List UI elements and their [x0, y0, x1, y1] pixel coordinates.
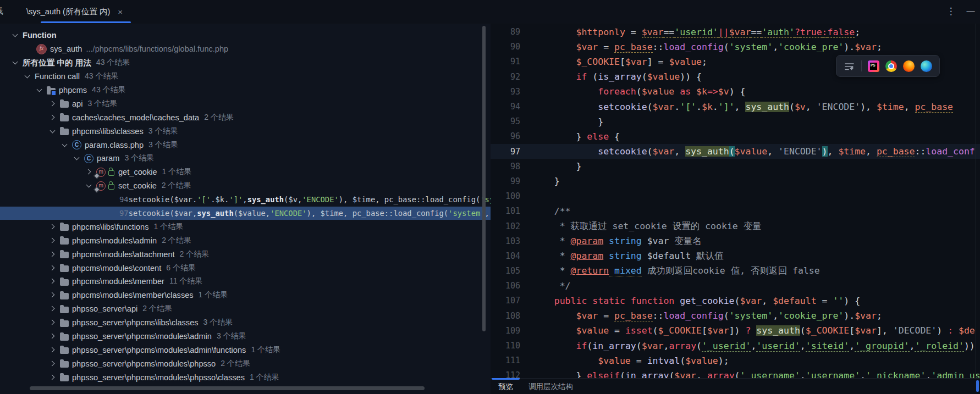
chevron-right-icon[interactable] — [48, 373, 57, 382]
code-line[interactable]: 108$var = pc_base::load_config('system',… — [491, 308, 980, 323]
tree-row[interactable]: Cparam.class.php3 个结果 — [0, 138, 491, 152]
chevron-down-icon[interactable] — [35, 86, 44, 95]
result-count: 1 个结果 — [162, 167, 192, 177]
chevron-right-icon[interactable] — [48, 277, 57, 286]
code-token: $var — [855, 325, 877, 336]
code-line[interactable]: 97setcookie($var, sys_auth($value, 'ENCO… — [491, 144, 980, 159]
chevron-right-icon[interactable] — [48, 264, 57, 273]
tree-row[interactable]: phpcms\modules\member11 个结果 — [0, 275, 491, 288]
code-token: pc_base — [614, 310, 653, 321]
tree-row[interactable]: fxsys_auth.../phpcms/libs/functions/glob… — [0, 42, 491, 56]
code-line[interactable]: 105 * @return mixed 成功则返回cookie 值, 否则返回 … — [491, 264, 980, 279]
tree-row[interactable]: phpsso_server\phpcms\modules\admin\funct… — [0, 343, 491, 357]
code-line[interactable]: 106 */ — [491, 279, 980, 293]
code-line[interactable]: 98} — [491, 159, 980, 174]
tree-row[interactable]: phpcms\libs\classes3 个结果 — [0, 124, 491, 138]
tree-row[interactable]: phpcms\modules\attachment2 个结果 — [0, 247, 491, 261]
usage-result-row[interactable]: 94 setcookie($var.'['.$k.']', sys_auth($… — [0, 193, 491, 207]
tree-row[interactable]: caches\caches_model\caches_data2 个结果 — [0, 110, 491, 124]
edge-icon[interactable] — [921, 60, 932, 72]
chevron-right-icon[interactable] — [48, 250, 57, 259]
tree-row[interactable]: mset_cookie2 个结果 — [0, 179, 491, 193]
phpstorm-icon[interactable] — [868, 60, 879, 72]
view-tab-preview[interactable]: 预览 — [491, 379, 521, 394]
code-line[interactable]: 89$httponly = $var=='userid'||$var=='aut… — [491, 25, 980, 40]
code-line[interactable]: 95} — [491, 114, 980, 129]
chrome-icon[interactable] — [885, 60, 897, 72]
code-line[interactable]: 110if(in_array($var,array('_userid','use… — [491, 338, 980, 353]
tree-row[interactable]: api3 个结果 — [0, 97, 491, 110]
tab-find-usages[interactable]: \sys_auth (所有位置 内) × — [20, 0, 129, 23]
tree-row[interactable]: Function call43 个结果 — [0, 70, 491, 84]
chevron-down-icon[interactable] — [73, 154, 81, 163]
code-line[interactable]: 104 * @param string $default 默认值 — [491, 248, 980, 263]
code-line[interactable]: 96} else { — [491, 129, 980, 144]
code-text: $value = intval($value); — [520, 356, 729, 366]
code-line[interactable]: 99} — [491, 174, 980, 188]
code-token: , — [866, 146, 877, 157]
chevron-down-icon[interactable] — [11, 31, 20, 40]
tree-row[interactable]: phpcms\modules\content6 个结果 — [0, 261, 491, 275]
code-line[interactable]: 111$value = intval($value); — [491, 353, 980, 368]
code-line[interactable]: 107public static function get_cookie($va… — [491, 293, 980, 308]
chevron-right-icon[interactable] — [48, 236, 57, 245]
tree-row-label: phpcms — [59, 86, 87, 95]
chevron-down-icon[interactable] — [48, 127, 57, 136]
code-line[interactable]: 100 — [491, 189, 980, 204]
chevron-right-icon[interactable] — [48, 332, 57, 341]
tree-row[interactable]: phpsso_server\phpcms\modules\admin3 个结果 — [0, 330, 491, 343]
more-menu-icon[interactable]: ⋮ — [944, 4, 958, 19]
close-icon[interactable]: × — [118, 7, 123, 16]
code-token: , — [751, 341, 756, 351]
chevron-right-icon[interactable] — [48, 346, 57, 354]
code-text: $value = isset($_COOKIE[$var]) ? sys_aut… — [520, 325, 975, 336]
code-token: ( — [636, 341, 642, 351]
tree-row[interactable]: mget_cookie1 个结果 — [0, 165, 491, 179]
chevron-right-icon[interactable] — [48, 318, 57, 327]
chevron-right-icon[interactable] — [48, 113, 57, 122]
code-line[interactable]: 109$value = isset($_COOKIE[$var]) ? sys_… — [491, 323, 980, 338]
tree-row[interactable]: phpcms\libs\functions1 个结果 — [0, 220, 491, 234]
chevron-down-icon[interactable] — [85, 181, 93, 190]
soft-wrap-icon[interactable] — [844, 60, 855, 72]
result-text: ), $time, pc_base::load_config( — [307, 209, 449, 218]
code-line[interactable]: 112} elseif(in_array($var, array('_usern… — [491, 368, 980, 378]
minimize-icon[interactable]: — — [964, 3, 978, 18]
editor-scrollbar-thumb[interactable] — [976, 380, 979, 392]
view-tab-call-hierarchy[interactable]: 调用层次结构 — [521, 379, 581, 394]
tree-row[interactable]: phpcms\modules\member\classes1 个结果 — [0, 288, 491, 302]
chevron-right-icon[interactable] — [85, 168, 93, 176]
code-line[interactable]: 90$var = pc_base::load_config('system','… — [491, 40, 980, 54]
code-line[interactable]: 103 * @param string $var 变量名 — [491, 234, 980, 248]
code-line[interactable]: 101/** — [491, 204, 980, 219]
usage-result-row[interactable]: 97 setcookie($var, sys_auth($value, 'ENC… — [0, 207, 491, 220]
chevron-down-icon[interactable] — [60, 141, 69, 149]
tree-vertical-scrollbar[interactable] — [482, 26, 486, 331]
tree-row[interactable]: phpsso_server\phpcms\modules\phpsso\clas… — [0, 370, 491, 384]
tree-row[interactable]: phpsso_server\phpcms\modules\phpsso2 个结果 — [0, 357, 491, 370]
tree-row[interactable]: phpcms\modules\admin2 个结果 — [0, 234, 491, 247]
chevron-down-icon[interactable] — [23, 72, 32, 81]
firefox-icon[interactable] — [903, 60, 915, 72]
chevron-right-icon[interactable] — [48, 291, 57, 299]
code-text: * @param string $var 变量名 — [520, 235, 702, 247]
tree-row[interactable]: phpsso_server\api2 个结果 — [0, 302, 491, 316]
tree-row[interactable]: Function — [0, 29, 491, 42]
code-line[interactable]: 93foreach($value as $k=>$v) { — [491, 84, 980, 99]
result-count: 1 个结果 — [251, 345, 280, 355]
tree-row[interactable]: Cparam3 个结果 — [0, 152, 491, 165]
code-line[interactable]: 94setcookie($var.'['.$k.']', sys_auth($v… — [491, 99, 980, 114]
chevron-right-icon[interactable] — [48, 223, 57, 231]
code-token: 'DECODE' — [893, 325, 937, 336]
tree-row[interactable]: phpcms43 个结果 — [0, 84, 491, 97]
chevron-down-icon[interactable] — [11, 58, 20, 67]
chevron-right-icon[interactable] — [48, 99, 57, 108]
chevron-right-icon[interactable] — [48, 304, 57, 313]
tree-row[interactable]: phpsso_server\phpcms\libs\classes3 个结果 — [0, 316, 491, 330]
tree-row[interactable]: 所有位置 中的 用法43 个结果 — [0, 56, 491, 70]
code-line[interactable]: 102 * 获取通过 set_cookie 设置的 cookie 变量 — [491, 219, 980, 234]
tree-horizontal-scrollbar[interactable] — [30, 386, 425, 390]
result-count: 43 个结果 — [96, 58, 130, 68]
chevron-right-icon[interactable] — [48, 359, 57, 368]
editor-scrollbar-track[interactable] — [976, 24, 976, 378]
